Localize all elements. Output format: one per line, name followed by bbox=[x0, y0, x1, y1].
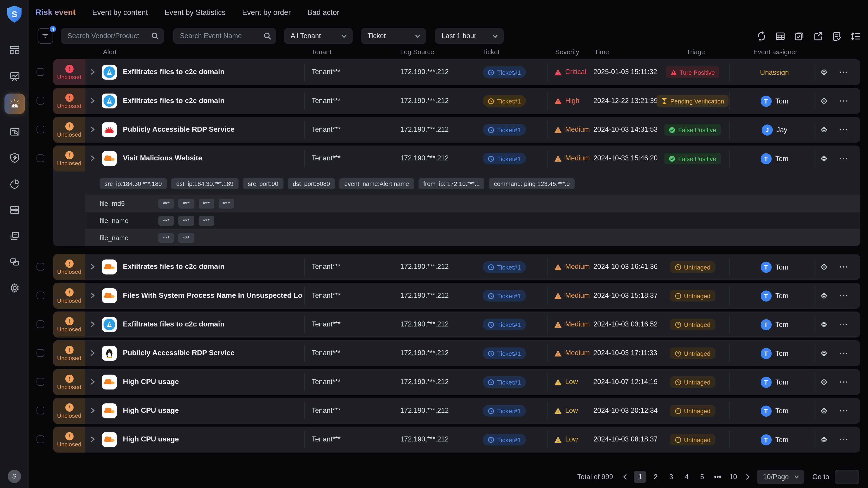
view-icon[interactable] bbox=[819, 377, 829, 387]
sidebar-item-assets[interactable] bbox=[6, 201, 23, 218]
expand-chevron-icon[interactable] bbox=[89, 68, 96, 76]
tenant-select[interactable]: All Tenant bbox=[284, 28, 352, 44]
view-icon[interactable] bbox=[819, 349, 829, 358]
assigner-name[interactable]: Tom bbox=[775, 97, 788, 105]
page-number[interactable]: 1 bbox=[634, 471, 646, 483]
sort-settings-icon[interactable] bbox=[850, 31, 861, 41]
view-icon[interactable] bbox=[819, 68, 829, 77]
view-icon[interactable] bbox=[819, 291, 829, 300]
expand-chevron-icon[interactable] bbox=[89, 349, 96, 357]
sidebar-item-analytics[interactable] bbox=[6, 175, 23, 192]
more-icon[interactable] bbox=[839, 291, 848, 300]
sidebar-item-dashboard[interactable] bbox=[6, 41, 23, 58]
more-icon[interactable] bbox=[839, 377, 848, 387]
assigner-name[interactable]: Unassign bbox=[760, 68, 789, 76]
expand-chevron-icon[interactable] bbox=[89, 126, 96, 133]
expand-chevron-icon[interactable] bbox=[89, 292, 96, 299]
row-checkbox[interactable] bbox=[37, 378, 44, 386]
assigner-avatar[interactable]: T bbox=[761, 348, 772, 359]
table-row[interactable]: Unclosed Publicly Accessible RDP Service… bbox=[35, 340, 860, 366]
expand-chevron-icon[interactable] bbox=[89, 407, 96, 414]
ticket-badge[interactable]: Ticket#1 bbox=[483, 434, 526, 445]
page-size-select[interactable]: 10/Page bbox=[757, 470, 805, 484]
more-icon[interactable] bbox=[839, 96, 848, 106]
table-row[interactable]: Unclosed Exfiltrates files to c2c domain… bbox=[35, 59, 860, 85]
view-icon[interactable] bbox=[819, 406, 829, 416]
table-row[interactable]: Unclosed High CPU usage Tenant*** 172.19… bbox=[35, 369, 860, 395]
assigner-avatar[interactable]: T bbox=[761, 261, 772, 272]
page-number[interactable]: ••• bbox=[712, 471, 724, 483]
more-icon[interactable] bbox=[839, 262, 848, 272]
view-icon[interactable] bbox=[819, 435, 829, 445]
row-checkbox[interactable] bbox=[37, 320, 44, 328]
triage-badge[interactable]: ? Pending Verification bbox=[656, 95, 728, 107]
refresh-icon[interactable] bbox=[756, 31, 767, 41]
assigner-name[interactable]: Tom bbox=[775, 378, 788, 386]
expand-chevron-icon[interactable] bbox=[89, 378, 96, 386]
table-row[interactable]: Unclosed High CPU usage Tenant*** 172.19… bbox=[35, 398, 860, 424]
user-avatar[interactable]: S bbox=[8, 470, 21, 483]
assigner-avatar[interactable]: T bbox=[761, 95, 772, 106]
triage-badge[interactable]: ? Untriaged bbox=[670, 348, 715, 359]
search-event-input[interactable] bbox=[174, 28, 276, 44]
assigner-avatar[interactable]: T bbox=[761, 405, 772, 416]
row-checkbox[interactable] bbox=[37, 97, 44, 105]
triage-badge[interactable]: ? Untriaged bbox=[670, 434, 715, 445]
more-icon[interactable] bbox=[839, 435, 848, 445]
tab-event-by-statistics[interactable]: Event by Statistics bbox=[164, 8, 225, 17]
assigner-avatar[interactable]: T bbox=[761, 434, 772, 445]
view-icon[interactable] bbox=[819, 154, 829, 163]
expand-chevron-icon[interactable] bbox=[89, 97, 96, 105]
table-row[interactable]: Unclosed High CPU usage Tenant*** 172.19… bbox=[35, 427, 860, 453]
expand-chevron-icon[interactable] bbox=[89, 320, 96, 328]
ticket-badge[interactable]: Ticket#1 bbox=[483, 95, 526, 107]
assigner-avatar[interactable]: T bbox=[761, 153, 772, 164]
view-icon[interactable] bbox=[819, 320, 829, 329]
tab-bad-actor[interactable]: Bad actor bbox=[307, 8, 340, 17]
assigner-name[interactable]: Tom bbox=[775, 155, 788, 162]
triage-badge[interactable]: ? False Positive bbox=[664, 124, 721, 135]
triage-badge[interactable]: ? Untriaged bbox=[670, 376, 715, 388]
row-checkbox[interactable] bbox=[37, 263, 44, 270]
assigner-name[interactable]: Tom bbox=[775, 407, 788, 415]
ticket-badge[interactable]: Ticket#1 bbox=[483, 319, 526, 330]
ticket-badge[interactable]: Ticket#1 bbox=[483, 376, 526, 388]
sidebar-item-integrations[interactable] bbox=[6, 254, 23, 270]
expand-chevron-icon[interactable] bbox=[89, 154, 96, 162]
next-page-icon[interactable] bbox=[745, 474, 751, 480]
row-checkbox[interactable] bbox=[37, 68, 44, 76]
row-checkbox[interactable] bbox=[37, 126, 44, 133]
sidebar-item-risk-alert[interactable] bbox=[4, 94, 25, 114]
ticket-badge[interactable]: Ticket#1 bbox=[483, 348, 526, 359]
assigner-avatar[interactable]: T bbox=[761, 377, 772, 388]
goto-page-input[interactable] bbox=[835, 470, 859, 484]
view-icon[interactable] bbox=[819, 125, 829, 134]
multi-select-icon[interactable] bbox=[794, 31, 804, 41]
triage-badge[interactable]: ? Untriaged bbox=[670, 405, 715, 417]
assigner-name[interactable]: Tom bbox=[775, 350, 788, 357]
filter-button[interactable]: 4 bbox=[38, 28, 53, 44]
tab-risk-event[interactable]: Risk event bbox=[35, 8, 76, 17]
view-icon[interactable] bbox=[819, 262, 829, 272]
page-number[interactable]: 10 bbox=[727, 471, 739, 483]
search-vendor-input[interactable] bbox=[61, 28, 164, 44]
ticket-badge[interactable]: Ticket#1 bbox=[483, 290, 526, 301]
table-row[interactable]: Unclosed Exfiltrates files to c2c domain… bbox=[35, 88, 860, 114]
assigner-name[interactable]: Tom bbox=[775, 321, 788, 328]
more-icon[interactable] bbox=[839, 349, 848, 358]
table-row[interactable]: Unclosed Files With System Process Name … bbox=[35, 283, 860, 308]
more-icon[interactable] bbox=[839, 125, 848, 134]
prev-page-icon[interactable] bbox=[622, 474, 628, 480]
triage-badge[interactable]: ? Untriaged bbox=[670, 319, 715, 330]
ticket-badge[interactable]: Ticket#1 bbox=[483, 153, 526, 164]
expand-chevron-icon[interactable] bbox=[89, 263, 96, 270]
report-check-icon[interactable] bbox=[831, 31, 842, 41]
page-number[interactable]: 5 bbox=[696, 471, 708, 483]
table-row[interactable]: Unclosed Exfiltrates files to c2c domain… bbox=[35, 312, 860, 337]
tab-event-by-order[interactable]: Event by order bbox=[242, 8, 291, 17]
more-icon[interactable] bbox=[839, 154, 848, 163]
sidebar-item-search-report[interactable] bbox=[6, 123, 23, 140]
assigner-name[interactable]: Jay bbox=[776, 126, 787, 133]
more-icon[interactable] bbox=[839, 320, 848, 329]
ticket-badge[interactable]: Ticket#1 bbox=[483, 405, 526, 417]
